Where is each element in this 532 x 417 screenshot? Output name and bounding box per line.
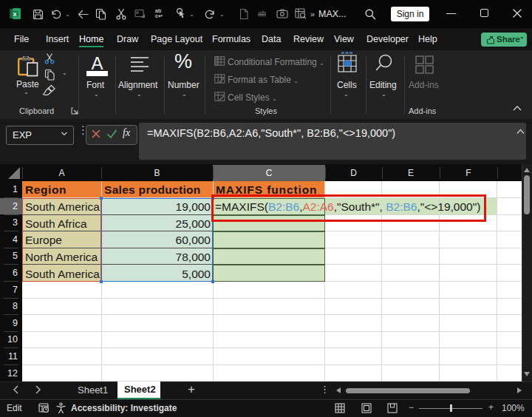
svg-text:X: X bbox=[13, 11, 17, 18]
